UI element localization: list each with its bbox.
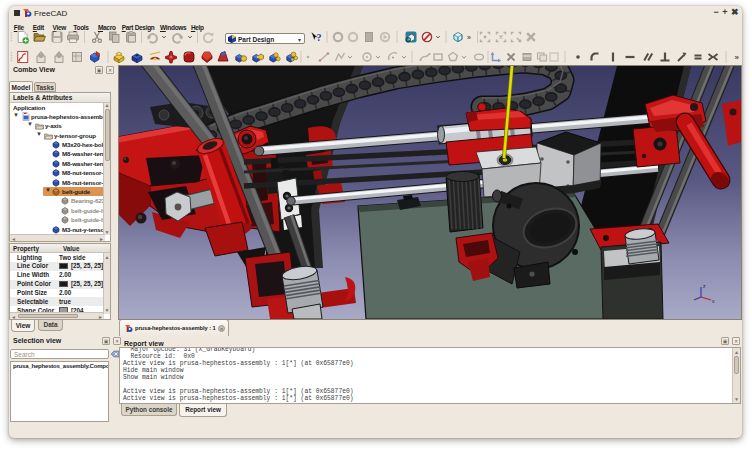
svg-text:?: ?	[317, 32, 322, 43]
svg-text:»: »	[467, 34, 471, 41]
svg-text:»: »	[735, 53, 740, 62]
